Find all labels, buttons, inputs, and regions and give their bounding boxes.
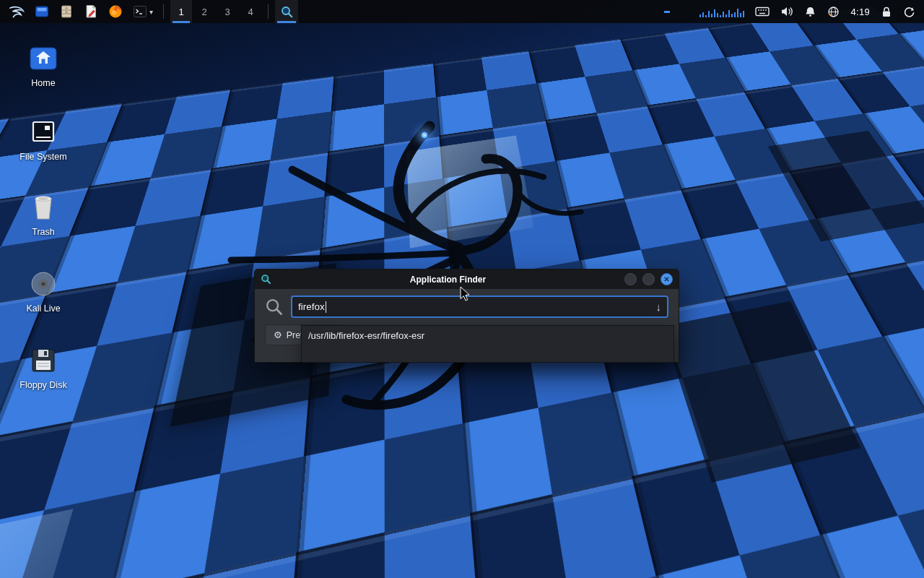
desktop-icon-label: Home	[9, 78, 78, 88]
desktop-icon-label: File System	[9, 152, 78, 162]
workspace-2[interactable]: 2	[193, 0, 215, 23]
desktop-icon-label: Trash	[9, 227, 78, 237]
desktop-icon-file-system[interactable]: File System	[9, 116, 78, 162]
top-panel: ▾ 1 2 3 4	[0, 0, 924, 23]
file-cabinet-launcher[interactable]	[55, 0, 78, 23]
dark-glass-cube	[662, 301, 861, 483]
desktop-icon-label: Floppy Disk	[9, 380, 78, 390]
text-editor-launcher[interactable]	[79, 0, 103, 23]
wallpaper-glow-dot	[421, 131, 428, 139]
lock-screen-button[interactable]	[881, 0, 892, 23]
kali-logo-icon	[8, 3, 25, 20]
maximize-button[interactable]	[642, 273, 655, 285]
panel-separator	[268, 4, 269, 19]
window-titlebar[interactable]: Application Finder ✕	[255, 269, 679, 289]
session-restart-button[interactable]	[903, 0, 915, 23]
desktop-icon-kali-live[interactable]: Kali Live	[9, 267, 78, 314]
trash-icon	[30, 193, 57, 222]
search-icon	[280, 5, 294, 19]
network-manager[interactable]	[827, 0, 840, 23]
light-glass-cube	[0, 509, 74, 578]
workspace-3[interactable]: 3	[217, 0, 238, 23]
kali-live-disc-icon	[29, 269, 58, 298]
desktop-icon-floppy-disk[interactable]: Floppy Disk	[9, 344, 78, 390]
terminal-launcher[interactable]: ▾	[128, 0, 157, 23]
text-editor-icon	[83, 4, 99, 20]
file-system-drive-icon	[29, 118, 58, 147]
network-icon	[827, 6, 840, 18]
network-activity-indicator	[664, 11, 670, 13]
desktop: ▾ 1 2 3 4	[0, 0, 924, 578]
floppy-disk-icon	[30, 347, 57, 374]
kali-menu-button[interactable]	[4, 0, 29, 23]
keyboard-icon	[755, 7, 770, 17]
gear-icon: ⚙	[274, 330, 282, 340]
file-cabinet-icon	[58, 4, 74, 20]
volume-control[interactable]	[780, 0, 793, 23]
launcher-dropdown-chevron-icon[interactable]: ▾	[149, 8, 153, 16]
close-button[interactable]: ✕	[661, 273, 673, 285]
search-input[interactable]: firefox ↓	[291, 296, 668, 318]
power-restart-icon	[903, 6, 915, 18]
notifications[interactable]	[804, 0, 816, 23]
window-title: Application Finder	[277, 275, 619, 285]
firefox-launcher[interactable]	[104, 0, 127, 23]
terminal-icon	[132, 4, 148, 20]
file-manager-icon	[34, 4, 50, 20]
volume-icon	[780, 6, 793, 17]
system-tray: 4:19	[664, 0, 920, 23]
completion-item[interactable]: /usr/lib/firefox-esr/firefox-esr	[302, 326, 674, 345]
completion-popup: /usr/lib/firefox-esr/firefox-esr	[301, 325, 674, 363]
search-input-value: firefox	[298, 301, 325, 312]
desktop-icon-trash[interactable]: Trash	[9, 191, 78, 237]
workspace-4[interactable]: 4	[240, 0, 261, 23]
search-glass-icon	[265, 298, 284, 316]
firefox-icon	[108, 4, 123, 20]
panel-separator	[163, 4, 164, 19]
combo-dropdown-arrow-icon[interactable]: ↓	[656, 301, 662, 312]
dark-glass-cube	[768, 131, 924, 242]
keyboard-indicator[interactable]	[755, 0, 770, 23]
text-caret	[326, 301, 326, 313]
kali-dragon-silhouette	[191, 76, 661, 426]
home-icon	[28, 45, 58, 72]
close-icon: ✕	[663, 276, 669, 283]
minimize-button[interactable]	[624, 273, 637, 285]
desktop-icon-label: Kali Live	[9, 303, 78, 314]
bell-icon	[804, 6, 816, 18]
window-search-icon	[261, 274, 271, 285]
file-manager-launcher[interactable]	[30, 0, 53, 23]
desktop-icon-home[interactable]: Home	[9, 42, 78, 88]
lock-icon	[881, 6, 892, 18]
taskbar-application-finder[interactable]	[275, 0, 298, 23]
workspace-1[interactable]: 1	[170, 0, 192, 23]
clock[interactable]: 4:19	[850, 0, 870, 23]
cpu-graph[interactable]	[699, 6, 744, 17]
